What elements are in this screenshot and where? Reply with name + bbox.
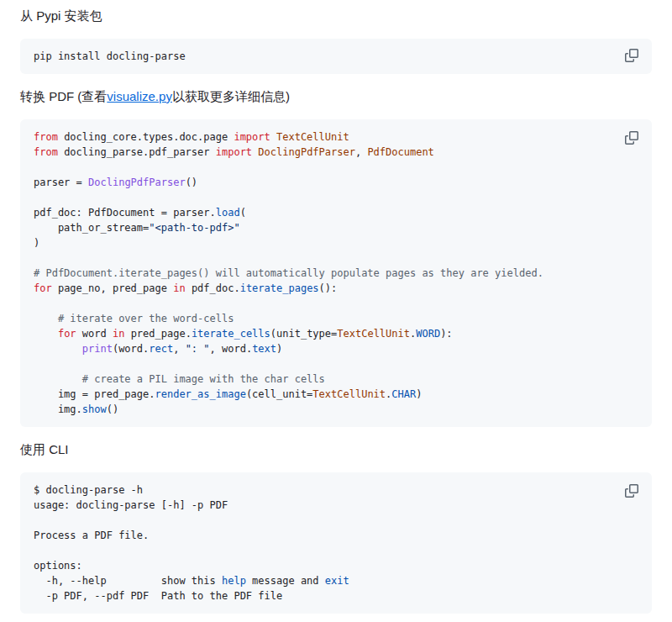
python-code-block: from docling_core.types.doc.page import … [20, 119, 652, 427]
pip-code-block: pip install docling-parse [20, 39, 652, 74]
cli-heading: 使用 CLI [20, 440, 652, 459]
convert-heading: 转换 PDF (查看visualize.py以获取更多详细信息) [20, 87, 652, 106]
cli-code: $ docling-parse -h usage: docling-parse … [34, 482, 638, 604]
visualize-link[interactable]: visualize.py [107, 89, 172, 103]
copy-button[interactable] [620, 126, 643, 150]
convert-heading-prefix: 转换 PDF (查看 [20, 89, 107, 103]
cli-code-block: $ docling-parse -h usage: docling-parse … [20, 472, 652, 614]
readme-content: 从 Pypi 安装包 pip install docling-parse 转换 … [0, 0, 672, 614]
copy-button[interactable] [620, 479, 643, 503]
pip-code: pip install docling-parse [34, 49, 638, 64]
copy-icon [625, 131, 638, 145]
install-heading: 从 Pypi 安装包 [20, 7, 652, 25]
convert-heading-suffix: 以获取更多详细信息) [172, 89, 290, 103]
python-code: from docling_core.types.doc.page import … [34, 129, 638, 417]
copy-icon [625, 49, 638, 62]
copy-button[interactable] [620, 44, 643, 67]
copy-icon [625, 484, 638, 498]
